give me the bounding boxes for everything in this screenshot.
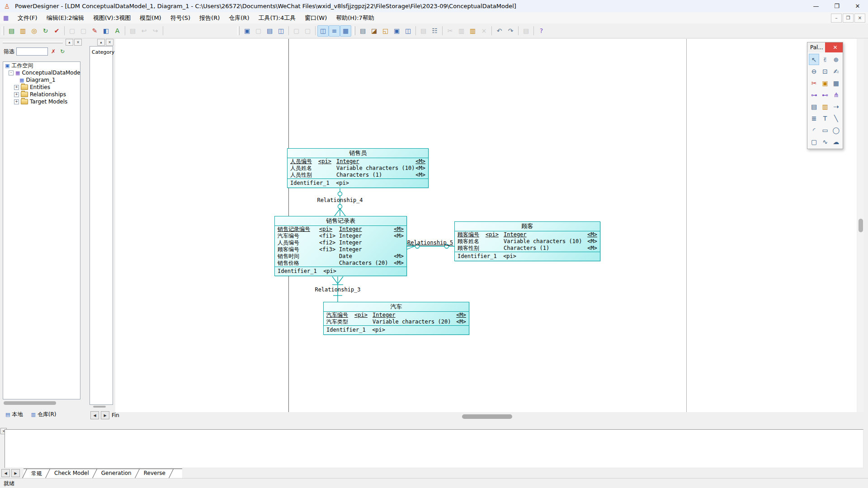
tab-scroll-right-icon[interactable]: ▶: [101, 411, 109, 419]
copy-icon[interactable]: ▥: [456, 25, 467, 37]
rollup-icon[interactable]: ▴: [66, 39, 73, 46]
text-tool-icon[interactable]: T: [820, 113, 830, 124]
polyline-tool-icon[interactable]: ∿: [820, 136, 830, 147]
fill-color-icon[interactable]: ◧: [100, 25, 112, 37]
drag-handle[interactable]: [3, 41, 63, 43]
tree-item-workspace[interactable]: ▣ 工作空间: [3, 62, 80, 69]
rectangle-tool-icon[interactable]: ▭: [820, 124, 830, 136]
tab-scroll-left-icon[interactable]: ◀: [90, 411, 99, 419]
arc-tool-icon[interactable]: ◜: [809, 124, 819, 136]
tab-local[interactable]: ▤ 本地: [3, 410, 25, 419]
output-tab-general[interactable]: 常规: [29, 469, 47, 478]
pencil-icon[interactable]: ✎: [89, 25, 100, 37]
freeform-tool-icon[interactable]: ☁: [831, 136, 841, 147]
entity-customer[interactable]: 顾客 顾客编号 <pi> Integer <M> 顾客姓名 Variable c…: [454, 221, 600, 261]
properties-icon[interactable]: ▤: [520, 25, 532, 37]
relationship-label[interactable]: Relationship_5: [407, 239, 453, 246]
delete-icon[interactable]: ×: [478, 25, 490, 37]
refresh-icon[interactable]: ↻: [40, 25, 51, 37]
print-icon[interactable]: ☷: [429, 25, 440, 37]
menu-symbol[interactable]: 符号(S): [166, 13, 195, 23]
print-preview-icon[interactable]: ▤: [418, 25, 429, 37]
zoom-out-tool-icon[interactable]: ⊖: [809, 66, 819, 77]
grab-tool-icon[interactable]: ✌: [820, 54, 830, 65]
horizontal-scrollbar[interactable]: [4, 401, 56, 405]
copy-symbol-icon[interactable]: ▢: [78, 25, 89, 37]
doc-close-button[interactable]: ×: [854, 14, 865, 23]
output-tab-reverse[interactable]: Reverse: [142, 469, 170, 478]
doc-minimize-button[interactable]: –: [831, 14, 842, 23]
redo-icon[interactable]: ↷: [505, 25, 516, 37]
clear-filter-icon[interactable]: ✗: [50, 48, 57, 55]
cut-symbol-icon[interactable]: ▢: [66, 25, 78, 37]
close-button[interactable]: ✕: [847, 0, 868, 12]
relationship-label[interactable]: Relationship_4: [314, 197, 366, 203]
line-tool-icon[interactable]: ╲: [831, 113, 841, 124]
save-all-icon[interactable]: ◫: [402, 25, 414, 37]
menu-help[interactable]: 帮助(H):7帮助: [331, 13, 379, 23]
relationship-tool-icon[interactable]: ⊶: [809, 89, 819, 100]
tab-repository[interactable]: ▥ 仓库(R): [28, 410, 59, 419]
file-tool-icon[interactable]: ▤: [809, 101, 819, 112]
dock-pane-icon[interactable]: ▢: [291, 25, 302, 37]
pointer-tool-icon[interactable]: ↖: [809, 54, 819, 65]
diagram-canvas[interactable]: Relationship_4 Relationship_3 Relationsh…: [115, 39, 857, 412]
entity-sales-record[interactable]: 销售记录表 销售记录编号 <pi> Integer <M> 汽车编号 <fi1>…: [274, 216, 407, 276]
package-tool-icon[interactable]: ≣: [809, 113, 819, 124]
back-arrow-icon[interactable]: ↩: [138, 25, 150, 37]
new-model-icon[interactable]: ◪: [368, 25, 380, 37]
output-tab-check-model[interactable]: Check Model: [52, 469, 94, 478]
ellipse-tool-icon[interactable]: ◯: [831, 124, 841, 136]
scrollbar-thumb[interactable]: [859, 219, 863, 232]
collapse-icon[interactable]: -: [9, 70, 14, 75]
entity-tool-icon[interactable]: ▣: [820, 77, 830, 89]
close-icon[interactable]: ×: [106, 39, 113, 46]
tree-item-entities[interactable]: + Entities: [3, 84, 80, 91]
properties-tool-icon[interactable]: ✍: [831, 66, 841, 77]
note-tool-icon[interactable]: ▥: [820, 101, 830, 112]
font-icon[interactable]: A: [112, 25, 123, 37]
menu-edit[interactable]: 编辑(E):2编辑: [42, 13, 89, 23]
find-objects-icon[interactable]: ◎: [28, 25, 40, 37]
tab-find[interactable]: Fin: [110, 412, 119, 418]
expand-icon[interactable]: +: [14, 99, 19, 104]
model-window-icon[interactable]: ▣: [241, 25, 253, 37]
palette-titlebar[interactable]: Pal... ✕: [807, 42, 843, 52]
windows-icon[interactable]: ◫: [275, 25, 287, 37]
preview-view-icon[interactable]: ◫: [317, 25, 329, 37]
refresh-tree-icon[interactable]: ↻: [59, 48, 66, 55]
window-pane-icon[interactable]: ▢: [253, 25, 264, 37]
restore-button[interactable]: ❐: [826, 0, 847, 12]
new-file-icon[interactable]: ▤: [357, 25, 368, 37]
canvas-horizontal-scrollbar[interactable]: [462, 414, 512, 419]
menu-window[interactable]: 窗口(W): [300, 13, 331, 23]
tree-item-relationships[interactable]: + Relationships: [3, 91, 80, 98]
paste-shortcut-icon[interactable]: ▥: [17, 25, 28, 37]
inheritance-tool-icon[interactable]: ⋔: [831, 89, 841, 100]
nn-relationship-tool-icon[interactable]: ⊷: [820, 89, 830, 100]
check-model-icon[interactable]: ✔: [51, 25, 62, 37]
close-icon[interactable]: ×: [74, 39, 82, 46]
entity-salesperson[interactable]: 销售员 人员编号 <pi> Integer <M> 人员姓名 Variable …: [287, 148, 429, 188]
list-view-icon[interactable]: ≡: [329, 25, 340, 37]
tree-item-model[interactable]: - ▦ ConceptualDataModel_: [3, 69, 80, 76]
menu-tools[interactable]: 工具(T):4工具: [254, 13, 300, 23]
tab-scroll-left-icon[interactable]: ◀: [1, 469, 10, 477]
expand-icon[interactable]: +: [14, 85, 19, 90]
link-tool-icon[interactable]: ⇢: [831, 101, 841, 112]
zoom-page-tool-icon[interactable]: ⊡: [820, 66, 830, 77]
menu-view[interactable]: 视图(V):3视图: [89, 13, 136, 23]
paste-icon[interactable]: ▥: [467, 25, 478, 37]
grid-view-icon[interactable]: ▦: [340, 25, 351, 37]
undo-icon[interactable]: ↶: [494, 25, 505, 37]
open-icon[interactable]: ◱: [380, 25, 391, 37]
doc-restore-button[interactable]: ❐: [843, 14, 854, 23]
cut-icon[interactable]: ✂: [444, 25, 456, 37]
dock-pane2-icon[interactable]: ▢: [302, 25, 313, 37]
tab-scroll-right-icon[interactable]: ▶: [11, 469, 20, 477]
filter-input[interactable]: [16, 47, 48, 56]
help-icon[interactable]: ?: [536, 25, 547, 37]
table-tool-icon[interactable]: ▦: [831, 77, 841, 89]
expand-icon[interactable]: +: [14, 92, 19, 97]
minimize-button[interactable]: —: [806, 0, 826, 12]
